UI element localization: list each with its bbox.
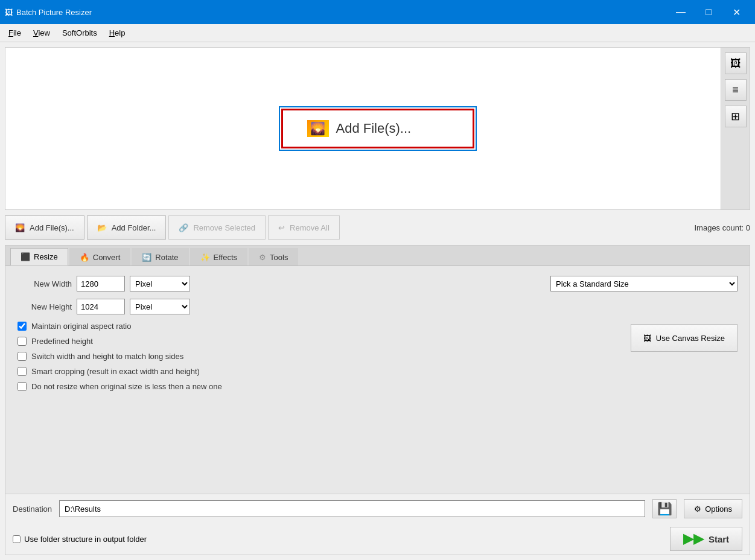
menu-view[interactable]: View bbox=[27, 26, 56, 40]
smart-cropping-label: Smart cropping (result in exact width an… bbox=[31, 367, 200, 376]
resize-right-col: Pick a Standard Size bbox=[550, 276, 737, 291]
add-files-large-label: Add File(s)... bbox=[336, 121, 412, 136]
remove-all-button: ↩ Remove All bbox=[268, 215, 340, 240]
title-bar: 🖼 Batch Picture Resizer — □ ✕ bbox=[0, 0, 755, 24]
remove-all-label: Remove All bbox=[290, 223, 330, 232]
new-height-unit-select[interactable]: Pixel Percent cm mm inch bbox=[130, 299, 190, 314]
view-panel: 🖼 ≡ ⊞ bbox=[721, 48, 750, 209]
maintain-aspect-ratio-row: Maintain original aspect ratio bbox=[18, 322, 619, 331]
smart-cropping-checkbox[interactable] bbox=[18, 367, 27, 376]
convert-tab-icon: 🔥 bbox=[80, 253, 89, 262]
start-button[interactable]: ▶▶ Start bbox=[670, 527, 742, 551]
new-width-row: New Width Pixel Percent cm mm inch bbox=[18, 276, 541, 291]
menu-softorbits[interactable]: SoftOrbits bbox=[56, 26, 103, 40]
thumbnail-view-button[interactable]: 🖼 bbox=[725, 52, 747, 74]
new-width-unit-select[interactable]: Pixel Percent cm mm inch bbox=[130, 276, 190, 291]
add-files-icon: 🌄 bbox=[15, 223, 25, 232]
do-not-resize-label: Do not resize when original size is less… bbox=[31, 382, 222, 391]
app-title: Batch Picture Resizer bbox=[16, 8, 92, 17]
effects-tab-label: Effects bbox=[214, 253, 238, 262]
smart-cropping-row: Smart cropping (result in exact width an… bbox=[18, 367, 619, 376]
checkboxes-col: Maintain original aspect ratio Predefine… bbox=[18, 322, 619, 391]
close-button[interactable]: ✕ bbox=[722, 0, 750, 24]
add-files-large-button[interactable]: 🌄 Add File(s)... bbox=[281, 109, 474, 148]
rotate-tab-label: Rotate bbox=[155, 253, 178, 262]
start-label: Start bbox=[709, 534, 729, 544]
canvas-resize-col: 🖼 Use Canvas Resize bbox=[631, 322, 737, 391]
tab-convert[interactable]: 🔥 Convert bbox=[69, 248, 131, 266]
canvas-resize-icon: 🖼 bbox=[643, 334, 651, 343]
browse-folder-button[interactable]: 💾 bbox=[652, 499, 677, 518]
destination-label: Destination bbox=[13, 504, 52, 514]
effects-tab-icon: ✨ bbox=[200, 253, 210, 262]
tabs: ⬛ Resize 🔥 Convert 🔄 Rotate ✨ Effects ⚙ … bbox=[5, 246, 750, 266]
standard-size-select[interactable]: Pick a Standard Size bbox=[550, 276, 737, 291]
remove-selected-label: Remove Selected bbox=[193, 223, 255, 232]
main-content: 🌄 Add File(s)... 🖼 ≡ ⊞ 🌄 Add File(s)... … bbox=[0, 42, 755, 560]
add-files-large-icon: 🌄 bbox=[307, 120, 329, 137]
destination-input[interactable] bbox=[59, 500, 645, 517]
predefined-height-label: Predefined height bbox=[31, 337, 93, 346]
title-bar-controls: — □ ✕ bbox=[667, 0, 750, 24]
canvas-resize-label: Use Canvas Resize bbox=[656, 334, 725, 343]
resize-top-row: New Width Pixel Percent cm mm inch New H… bbox=[18, 276, 737, 314]
new-height-row: New Height Pixel Percent cm mm inch bbox=[18, 299, 541, 314]
app-icon: 🖼 bbox=[5, 8, 13, 17]
title-bar-left: 🖼 Batch Picture Resizer bbox=[5, 8, 92, 17]
add-files-label: Add File(s)... bbox=[30, 223, 74, 232]
add-folder-label: Add Folder... bbox=[112, 223, 156, 232]
switch-width-height-label: Switch width and height to match long si… bbox=[31, 352, 183, 361]
list-view-button[interactable]: ≡ bbox=[725, 79, 747, 101]
tab-effects[interactable]: ✨ Effects bbox=[190, 248, 248, 266]
new-height-label: New Height bbox=[18, 302, 72, 311]
tab-resize[interactable]: ⬛ Resize bbox=[10, 248, 68, 266]
toolbar: 🌄 Add File(s)... 📂 Add Folder... 🔗 Remov… bbox=[5, 214, 750, 241]
maximize-button[interactable]: □ bbox=[695, 0, 722, 24]
folder-icon-blue: 💾 bbox=[657, 501, 672, 516]
tab-tools[interactable]: ⚙ Tools bbox=[249, 248, 298, 266]
gear-icon: ⚙ bbox=[694, 504, 701, 514]
use-folder-structure-label: Use folder structure in output folder bbox=[24, 535, 147, 544]
tools-tab-icon: ⚙ bbox=[259, 253, 266, 262]
menu-file[interactable]: File bbox=[2, 26, 27, 40]
file-panel: 🌄 Add File(s)... 🖼 ≡ ⊞ bbox=[5, 47, 750, 210]
do-not-resize-row: Do not resize when original size is less… bbox=[18, 382, 619, 391]
menu-help[interactable]: Help bbox=[103, 26, 132, 40]
resize-tab-label: Resize bbox=[34, 252, 58, 261]
options-label: Options bbox=[705, 504, 732, 514]
images-count: Images count: 0 bbox=[694, 223, 750, 232]
remove-selected-button: 🔗 Remove Selected bbox=[168, 215, 266, 240]
add-folder-icon: 📂 bbox=[97, 223, 107, 232]
new-width-label: New Width bbox=[18, 279, 72, 288]
options-button[interactable]: ⚙ Options bbox=[684, 499, 742, 518]
add-folder-button[interactable]: 📂 Add Folder... bbox=[87, 215, 167, 240]
destination-bar: Destination 💾 ⚙ Options bbox=[5, 494, 750, 523]
add-files-button[interactable]: 🌄 Add File(s)... bbox=[5, 215, 84, 240]
footer-bar: Use folder structure in output folder ▶▶… bbox=[5, 523, 750, 555]
menu-bar: File View SoftOrbits Help bbox=[0, 24, 755, 42]
use-folder-structure-row: Use folder structure in output folder bbox=[13, 535, 147, 544]
bottom-panel: ⬛ Resize 🔥 Convert 🔄 Rotate ✨ Effects ⚙ … bbox=[5, 245, 750, 555]
list-icon: ≡ bbox=[732, 84, 739, 97]
maintain-aspect-ratio-label: Maintain original aspect ratio bbox=[31, 322, 131, 331]
resize-tab-icon: ⬛ bbox=[21, 252, 30, 261]
remove-all-icon: ↩ bbox=[278, 223, 285, 232]
predefined-height-checkbox[interactable] bbox=[18, 337, 27, 346]
use-folder-structure-checkbox[interactable] bbox=[13, 535, 21, 543]
new-width-input[interactable] bbox=[77, 276, 125, 291]
minimize-button[interactable]: — bbox=[667, 0, 695, 24]
do-not-resize-checkbox[interactable] bbox=[18, 382, 27, 391]
grid-icon: ⊞ bbox=[731, 110, 740, 123]
thumbnail-icon: 🖼 bbox=[730, 57, 741, 70]
resize-tab-content: New Width Pixel Percent cm mm inch New H… bbox=[5, 266, 750, 401]
switch-width-height-checkbox[interactable] bbox=[18, 352, 27, 361]
convert-tab-label: Convert bbox=[93, 253, 121, 262]
images-count-value: 0 bbox=[746, 223, 750, 232]
new-height-input[interactable] bbox=[77, 299, 125, 314]
maintain-aspect-ratio-checkbox[interactable] bbox=[18, 322, 27, 331]
rotate-tab-icon: 🔄 bbox=[142, 253, 151, 262]
remove-selected-icon: 🔗 bbox=[179, 223, 188, 232]
grid-view-button[interactable]: ⊞ bbox=[725, 106, 747, 127]
tab-rotate[interactable]: 🔄 Rotate bbox=[132, 248, 188, 266]
canvas-resize-button[interactable]: 🖼 Use Canvas Resize bbox=[631, 324, 737, 352]
